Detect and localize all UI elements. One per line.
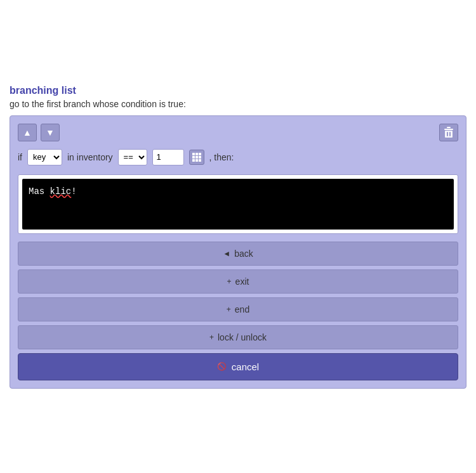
exit-button[interactable]: + exit: [18, 269, 458, 294]
back-icon: ◄: [223, 249, 230, 258]
lock-unlock-button[interactable]: + lock / unlock: [18, 325, 458, 349]
key-select[interactable]: key item flag: [27, 149, 62, 165]
header-left-buttons: ▲ ▼: [18, 124, 60, 141]
delete-button[interactable]: [439, 124, 458, 141]
svg-rect-9: [195, 156, 198, 159]
end-button[interactable]: + end: [18, 297, 458, 321]
move-down-button[interactable]: ▼: [41, 124, 60, 141]
svg-rect-2: [445, 131, 453, 138]
code-editor-wrapper: Mas klic!: [18, 174, 458, 234]
card-header: ▲ ▼: [18, 124, 458, 141]
svg-rect-1: [444, 129, 453, 130]
branching-card: ▲ ▼ if key item flag in inventor: [10, 115, 466, 389]
code-text-klic: klic: [50, 186, 72, 197]
lock-icon: +: [209, 333, 214, 342]
lock-unlock-label: lock / unlock: [218, 332, 267, 342]
svg-rect-10: [199, 156, 201, 159]
cancel-button[interactable]: 🚫 cancel: [18, 353, 458, 380]
condition-row: if key item flag in inventory == != < > …: [18, 149, 458, 165]
cancel-label: cancel: [232, 361, 259, 372]
grid-picker-button[interactable]: [189, 150, 204, 165]
svg-rect-11: [192, 159, 195, 162]
svg-rect-13: [199, 159, 201, 162]
value-input[interactable]: [152, 149, 184, 165]
code-editor[interactable]: Mas klic!: [22, 179, 454, 230]
svg-rect-8: [192, 156, 195, 159]
trash-icon: [444, 127, 454, 138]
svg-rect-12: [195, 159, 198, 162]
cancel-icon: 🚫: [217, 362, 227, 371]
svg-rect-5: [192, 153, 195, 155]
svg-rect-4: [449, 132, 451, 136]
svg-rect-7: [199, 153, 201, 155]
end-icon: +: [227, 305, 231, 314]
code-text-mas: Mas: [29, 186, 50, 197]
operator-select[interactable]: == != < > <= >=: [118, 149, 147, 165]
if-label: if: [18, 152, 22, 162]
back-button[interactable]: ◄ back: [18, 242, 458, 266]
code-text-exclaim: !: [71, 186, 76, 197]
exit-icon: +: [227, 277, 232, 286]
page-subtitle: go to the first branch whose condition i…: [10, 99, 466, 109]
move-up-button[interactable]: ▲: [18, 124, 37, 141]
svg-rect-6: [195, 153, 198, 155]
end-label: end: [235, 304, 249, 314]
then-label: , then:: [209, 152, 234, 162]
grid-icon: [192, 153, 201, 162]
page-title: branching list: [10, 85, 466, 96]
back-label: back: [234, 249, 253, 259]
svg-rect-0: [447, 127, 451, 128]
svg-rect-3: [447, 132, 448, 136]
in-inventory-text: in inventory: [67, 152, 113, 162]
exit-label: exit: [235, 276, 249, 287]
